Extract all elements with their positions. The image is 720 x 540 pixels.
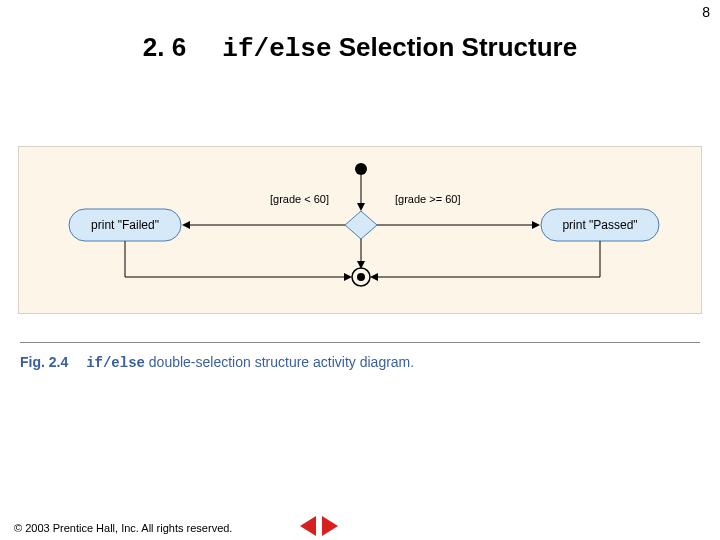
arrowhead-icon	[344, 273, 352, 281]
title-code: if/else	[222, 34, 331, 64]
caption-rest: double-selection structure activity diag…	[145, 354, 414, 370]
caption-code: if/else	[86, 355, 145, 371]
page-number: 8	[702, 4, 710, 20]
activity-diagram-panel: [grade < 60] [grade >= 60] print "Failed…	[18, 146, 702, 314]
next-slide-icon[interactable]	[322, 516, 338, 536]
decision-node-icon	[345, 211, 377, 239]
nav-arrows	[300, 516, 338, 536]
slide-title: 2. 6 if/else Selection Structure	[0, 32, 720, 64]
initial-node-icon	[355, 163, 367, 175]
title-rest: Selection Structure	[332, 32, 578, 62]
activity-diagram-svg: [grade < 60] [grade >= 60] print "Failed…	[19, 147, 703, 315]
action-right-label: print "Passed"	[562, 218, 637, 232]
figure-caption: Fig. 2.4 if/else double-selection struct…	[20, 354, 414, 371]
arrowhead-icon	[532, 221, 540, 229]
figure-label: Fig. 2.4	[20, 354, 68, 370]
arrowhead-icon	[182, 221, 190, 229]
caption-rule	[20, 342, 700, 343]
prev-slide-icon[interactable]	[300, 516, 316, 536]
arrowhead-icon	[357, 203, 365, 211]
footer-copyright: © 2003 Prentice Hall, Inc. All rights re…	[14, 522, 232, 534]
arrowhead-icon	[370, 273, 378, 281]
guard-left: [grade < 60]	[270, 193, 329, 205]
section-number: 2. 6	[143, 32, 186, 62]
action-left-label: print "Failed"	[91, 218, 159, 232]
guard-right: [grade >= 60]	[395, 193, 460, 205]
final-node-inner-icon	[357, 273, 365, 281]
